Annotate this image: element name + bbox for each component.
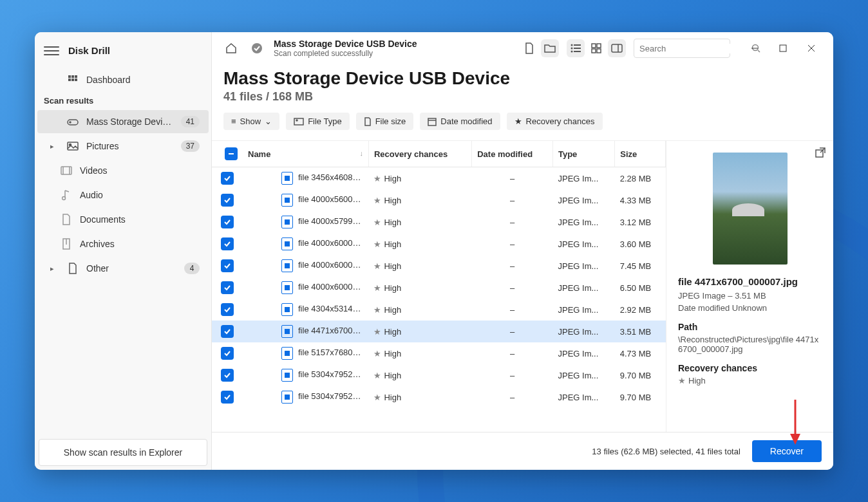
sidebar-item-audio[interactable]: Audio xyxy=(37,183,209,207)
preview-path: \Reconstructed\Pictures\jpg\file 4471x67… xyxy=(678,335,822,354)
table-row[interactable]: file 4000x5600_00...★High–JPEG Im...4.33… xyxy=(212,189,666,211)
main-area: Mass Storage Device USB Device Scan comp… xyxy=(212,32,833,470)
audio-icon xyxy=(61,189,72,201)
svg-point-21 xyxy=(571,51,573,53)
grid-view-icon[interactable] xyxy=(587,39,605,57)
file-type-filter-button[interactable]: File Type xyxy=(286,113,350,130)
home-icon[interactable] xyxy=(222,39,240,57)
minimize-button[interactable] xyxy=(743,39,766,58)
table-row[interactable]: file 4000x5799_00...★High–JPEG Im...3.12… xyxy=(212,211,666,233)
calendar-icon xyxy=(428,117,437,126)
svg-rect-5 xyxy=(75,79,77,81)
panel-view-icon[interactable] xyxy=(608,39,626,57)
sidebar-item-dashboard[interactable]: Dashboard xyxy=(37,68,209,91)
file-icon xyxy=(281,369,293,382)
row-checkbox[interactable] xyxy=(221,347,234,360)
hamburger-icon[interactable] xyxy=(44,46,59,55)
file-icon xyxy=(281,194,293,207)
row-checkbox[interactable] xyxy=(221,281,234,294)
cell-name: file 5304x7952_00... xyxy=(243,364,368,386)
archive-icon xyxy=(61,238,72,250)
cell-date: – xyxy=(472,342,553,364)
cell-size: 9.70 MB xyxy=(615,386,666,408)
row-checkbox[interactable] xyxy=(221,391,234,404)
row-checkbox[interactable] xyxy=(221,172,234,185)
file-icon xyxy=(281,303,293,316)
document-icon xyxy=(364,117,372,126)
table-row[interactable]: file 4304x5314_00...★High–JPEG Im...2.92… xyxy=(212,299,666,321)
column-date[interactable]: Date modified xyxy=(472,141,553,167)
cell-size: 6.50 MB xyxy=(615,277,666,299)
svg-rect-35 xyxy=(294,118,303,125)
recover-button[interactable]: Recover xyxy=(752,440,822,462)
svg-rect-23 xyxy=(592,44,596,48)
cell-size: 3.12 MB xyxy=(615,211,666,233)
chevron-right-icon: ▸ xyxy=(50,265,59,273)
row-checkbox[interactable] xyxy=(221,325,234,338)
show-in-explorer-button[interactable]: Show scan results in Explorer xyxy=(39,439,207,466)
cell-name: file 4471x6700_00... xyxy=(243,321,368,342)
file-view-icon[interactable] xyxy=(520,39,538,57)
cell-date: – xyxy=(472,321,553,342)
list-view-icon[interactable] xyxy=(567,39,585,57)
grid-icon xyxy=(67,74,79,86)
table-row[interactable]: file 5304x7952_00...★High–JPEG Im...9.70… xyxy=(212,386,666,408)
cell-recovery: ★High xyxy=(368,386,471,408)
column-recovery[interactable]: Recovery chances xyxy=(368,141,471,167)
cell-name: file 4000x5600_00... xyxy=(243,189,368,211)
row-checkbox[interactable] xyxy=(221,369,234,382)
svg-rect-20 xyxy=(574,48,581,49)
cell-name: file 4000x6000_00... xyxy=(243,277,368,299)
table-row[interactable]: file 4000x6000_00...★High–JPEG Im...6.50… xyxy=(212,277,666,299)
column-size[interactable]: Size xyxy=(615,141,666,167)
svg-point-19 xyxy=(571,48,573,50)
cell-recovery: ★High xyxy=(368,277,471,299)
sidebar-item-pictures[interactable]: ▸ Pictures 37 xyxy=(37,135,209,158)
column-name[interactable]: Name↓ xyxy=(243,141,368,167)
row-checkbox[interactable] xyxy=(221,237,234,250)
row-checkbox[interactable] xyxy=(221,259,234,272)
close-button[interactable] xyxy=(800,39,823,58)
selection-status: 13 files (62.6 MB) selected, 41 files to… xyxy=(592,447,741,456)
sidebar-item-videos[interactable]: Videos xyxy=(37,159,209,182)
table-row[interactable]: file 4000x6000_00...★High–JPEG Im...7.45… xyxy=(212,255,666,277)
date-filter-button[interactable]: Date modified xyxy=(420,113,500,130)
search-input[interactable] xyxy=(634,39,730,58)
table-row[interactable]: file 5157x7680_00...★High–JPEG Im...4.73… xyxy=(212,342,666,364)
cell-size: 4.33 MB xyxy=(615,189,666,211)
sidebar-item-documents[interactable]: Documents xyxy=(37,208,209,231)
svg-rect-24 xyxy=(597,44,601,48)
recovery-filter-button[interactable]: ★ Recovery chances xyxy=(507,113,603,130)
cell-size: 4.73 MB xyxy=(615,342,666,364)
table-row[interactable]: file 4471x6700_00...★High–JPEG Im...3.51… xyxy=(212,321,666,342)
popout-icon[interactable] xyxy=(815,147,826,158)
column-type[interactable]: Type xyxy=(552,141,614,167)
svg-rect-32 xyxy=(780,45,786,51)
select-all-checkbox[interactable] xyxy=(225,147,238,160)
table-row[interactable]: file 3456x4608_00...★High–JPEG Im...2.28… xyxy=(212,167,666,190)
svg-point-36 xyxy=(296,120,297,121)
folder-view-icon[interactable] xyxy=(541,39,559,57)
sidebar: Disk Drill Dashboard Scan results Mass S… xyxy=(35,32,212,470)
show-filter-button[interactable]: ≡ Show ⌄ xyxy=(223,113,279,130)
cell-recovery: ★High xyxy=(368,364,471,386)
file-size-filter-button[interactable]: File size xyxy=(356,113,414,130)
maximize-button[interactable] xyxy=(771,39,795,58)
cell-type: JPEG Im... xyxy=(552,189,614,211)
cell-type: JPEG Im... xyxy=(552,342,614,364)
table-row[interactable]: file 4000x6000_00...★High–JPEG Im...3.60… xyxy=(212,233,666,255)
preview-recovery-label: Recovery chances xyxy=(678,363,822,373)
sidebar-item-device[interactable]: Mass Storage Device USB... 41 xyxy=(37,110,209,133)
row-checkbox[interactable] xyxy=(221,216,234,228)
row-checkbox[interactable] xyxy=(221,194,234,207)
table-row[interactable]: file 5304x7952_00...★High–JPEG Im...9.70… xyxy=(212,364,666,386)
sidebar-item-archives[interactable]: Archives xyxy=(37,232,209,256)
sidebar-item-other[interactable]: ▸ Other 4 xyxy=(37,257,209,280)
row-checkbox[interactable] xyxy=(221,303,234,316)
preview-filename: file 4471x6700_000007.jpg xyxy=(678,276,822,287)
star-icon: ★ xyxy=(373,393,381,402)
cell-name: file 5304x7952_00... xyxy=(243,386,368,408)
star-icon: ★ xyxy=(373,239,381,249)
star-icon: ★ xyxy=(373,261,381,271)
svg-rect-22 xyxy=(574,51,581,52)
